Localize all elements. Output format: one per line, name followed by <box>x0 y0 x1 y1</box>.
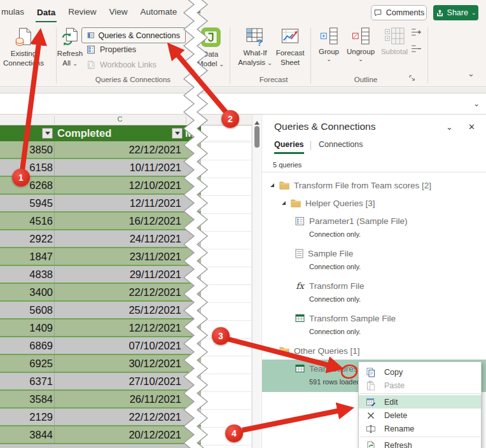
query-tree-item[interactable]: fx Transform File Connection only. <box>262 277 486 309</box>
queries-connections-ribbon-button[interactable]: Queries & Connections <box>81 27 186 43</box>
column-headers[interactable]: C H <box>0 115 252 125</box>
ribbon-tab[interactable]: Automate <box>139 4 179 22</box>
ungroup-button[interactable]: Ungroup ⌄ <box>342 27 379 62</box>
score-cell[interactable]: 4516 <box>29 213 53 229</box>
table-row[interactable]: 6371 27/10/2021 <box>0 373 201 391</box>
completed-date-cell[interactable]: 22/12/2021 <box>128 409 181 425</box>
completed-date-cell[interactable]: 25/12/2021 <box>128 302 181 318</box>
share-button[interactable]: Share ⌄ <box>433 5 478 20</box>
query-tree-item[interactable]: fx Transform File from Team scores [2] <box>262 176 486 194</box>
outline-dialog-launcher[interactable] <box>409 75 415 83</box>
table-row[interactable]: 4516 16/12/2021 <box>0 213 201 230</box>
score-cell[interactable]: 6869 <box>29 337 53 354</box>
score-cell[interactable]: 3584 <box>29 391 53 407</box>
completed-date-cell[interactable]: 20/12/2021 <box>128 426 181 443</box>
table-header-row[interactable]: Completed M <box>0 125 201 141</box>
completed-date-cell[interactable]: 16/12/2021 <box>128 213 181 229</box>
table-row[interactable]: 2922 24/11/2021 <box>0 230 201 248</box>
table-row[interactable]: 1409 12/12/2021 <box>0 319 201 337</box>
query-tree-item[interactable]: fx Transform Sample File Connection only… <box>262 309 486 342</box>
context-menu-item[interactable] <box>359 393 480 394</box>
existing-connections-button[interactable]: Existing Connections <box>2 27 45 68</box>
score-cell[interactable]: 5945 <box>29 195 53 211</box>
ribbon-tab[interactable]: View <box>108 4 129 22</box>
score-cell[interactable]: 6268 <box>29 177 53 193</box>
completed-date-cell[interactable]: 29/11/2021 <box>130 266 181 283</box>
query-tree-item[interactable]: fx Helper Queries [3] <box>262 194 486 212</box>
table-row[interactable]: 6869 07/10/2021 <box>0 337 201 355</box>
score-cell[interactable]: 1409 <box>29 319 53 336</box>
empty-cells[interactable] <box>201 125 252 448</box>
properties-button[interactable]: Properties <box>87 45 136 54</box>
completed-date-cell[interactable]: 27/10/2021 <box>128 373 181 389</box>
table-row[interactable]: 6925 30/12/2021 <box>0 355 201 373</box>
tab-queries[interactable]: Queries <box>274 140 304 154</box>
score-cell[interactable]: 2922 <box>29 230 53 247</box>
context-menu-item[interactable]: Edit <box>359 395 481 409</box>
comments-button[interactable]: Comments <box>371 5 427 20</box>
score-cell[interactable]: 6925 <box>29 355 53 372</box>
expand-triangle-icon[interactable] <box>270 183 275 188</box>
expand-triangle-icon[interactable] <box>281 200 286 206</box>
context-menu-item[interactable]: Refresh <box>359 438 481 448</box>
expand-formula-bar-icon[interactable]: ⌄ <box>473 99 480 108</box>
query-tree-item[interactable]: fx Parameter1 (Sample File) Connection o… <box>262 212 486 244</box>
completed-date-cell[interactable]: 10/11/2021 <box>130 159 181 176</box>
table-row[interactable]: 3400 22/12/2021 <box>0 284 201 302</box>
completed-date-cell[interactable]: 30/12/2021 <box>128 355 181 372</box>
query-tree-item[interactable]: fx Sample File Connection only. <box>262 244 486 277</box>
group-button[interactable]: Group ⌄ <box>311 27 347 62</box>
completed-date-cell[interactable]: 07/10/2021 <box>128 337 181 354</box>
panel-close-icon[interactable]: ✕ <box>468 122 475 132</box>
completed-date-cell[interactable]: 26/11/2021 <box>130 391 181 407</box>
table-row[interactable]: 4838 29/11/2021 <box>0 266 201 284</box>
ribbon-tab[interactable]: Review <box>67 4 97 22</box>
panel-chevron-down-icon[interactable]: ⌄ <box>446 122 453 132</box>
data-model-button[interactable]: Data Model ⌄ <box>190 27 231 69</box>
table-row[interactable]: 6158 10/11/2021 <box>0 159 201 177</box>
completed-date-cell[interactable]: 23/11/2021 <box>130 248 181 265</box>
context-menu-item[interactable]: Delete <box>359 409 481 422</box>
score-cell[interactable]: 3844 <box>29 426 53 443</box>
filter-button[interactable] <box>172 128 183 139</box>
scrollbar-thumb[interactable] <box>254 126 260 148</box>
completed-date-cell[interactable]: 12/11/2021 <box>130 195 181 211</box>
completed-date-cell[interactable]: 22/12/2021 <box>128 141 181 158</box>
completed-date-cell[interactable]: 24/11/2021 <box>130 230 181 247</box>
scroll-up-icon[interactable] <box>254 118 260 125</box>
column-letter-c[interactable]: C <box>54 115 186 123</box>
completed-date-cell[interactable]: 22/12/2021 <box>128 284 181 300</box>
context-menu-item[interactable]: Rename <box>359 422 481 435</box>
what-if-analysis-button[interactable]: ? What-If Analysis ⌄ <box>235 27 275 67</box>
table-row[interactable]: 3584 26/11/2021 <box>0 391 201 409</box>
table-row[interactable]: 3844 20/12/2021 <box>0 426 201 444</box>
context-menu-item[interactable] <box>359 437 480 437</box>
score-cell[interactable]: 3400 <box>29 284 53 300</box>
score-cell[interactable]: 3850 <box>29 141 53 158</box>
collapse-ribbon-chevron[interactable]: ⌄ <box>468 69 475 78</box>
context-menu-item[interactable]: Paste <box>359 379 481 392</box>
expand-triangle-icon[interactable] <box>270 348 275 353</box>
completed-date-cell[interactable]: 12/12/2021 <box>128 319 181 336</box>
ribbon-tab[interactable]: Data <box>36 4 57 23</box>
score-cell[interactable]: 6371 <box>29 373 53 389</box>
table-row[interactable]: 5608 25/12/2021 <box>0 302 201 319</box>
score-cell[interactable]: 2129 <box>29 409 53 425</box>
ribbon-tab[interactable]: De <box>188 4 202 22</box>
forecast-sheet-button[interactable]: Forecast Sheet <box>271 27 309 67</box>
table-row[interactable]: 2129 22/12/2021 <box>0 409 201 426</box>
score-cell[interactable]: 6158 <box>29 159 53 176</box>
tab-connections[interactable]: Connections <box>319 140 363 149</box>
score-cell[interactable]: 4838 <box>29 266 53 283</box>
score-cell[interactable]: 5608 <box>29 302 53 318</box>
context-menu-item[interactable]: Copy <box>359 365 481 379</box>
filter-button[interactable] <box>42 128 53 139</box>
table-row[interactable]: 3850 22/12/2021 <box>0 141 201 159</box>
ribbon-tab[interactable]: mulas <box>0 4 25 22</box>
table-row[interactable]: 5945 12/11/2021 <box>0 195 201 213</box>
formula-bar[interactable]: ⌄ <box>0 93 486 115</box>
show-detail-button[interactable] <box>411 28 422 38</box>
hide-detail-button[interactable] <box>411 45 422 54</box>
completed-date-cell[interactable]: 12/10/2021 <box>128 177 181 193</box>
table-row[interactable]: 6268 12/10/2021 <box>0 177 201 195</box>
